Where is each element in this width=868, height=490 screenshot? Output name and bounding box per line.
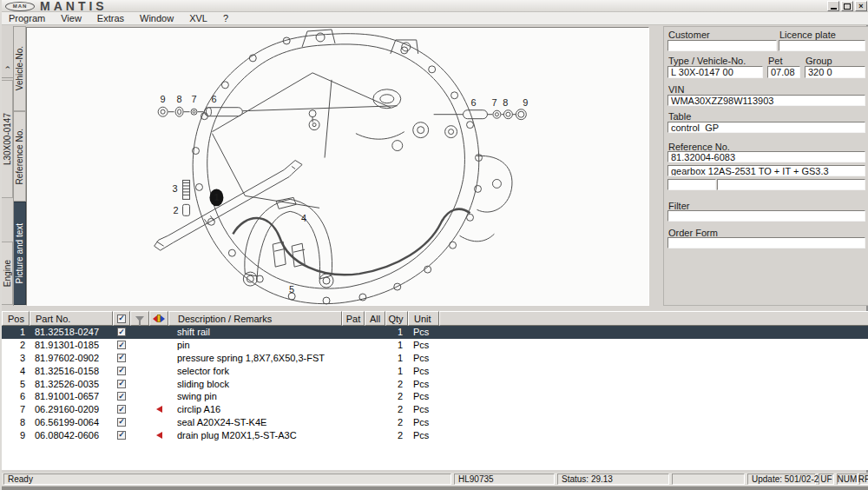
callout-8-right[interactable]: 8 bbox=[503, 97, 508, 108]
close-button[interactable]: × bbox=[855, 1, 867, 11]
row-qty: 1 bbox=[385, 326, 408, 339]
reference-no-input[interactable] bbox=[667, 151, 865, 162]
header-part-flag[interactable] bbox=[149, 311, 168, 326]
sidebar-tab-picture-and-text[interactable]: Picture and text bbox=[14, 202, 26, 305]
customer-input[interactable] bbox=[667, 40, 777, 51]
reference-aux1-input[interactable] bbox=[667, 179, 716, 190]
table-row-1[interactable]: 1 81.32518-0247 ✓ shift rail 1 Pcs bbox=[2, 326, 868, 339]
part-flag-icon bbox=[153, 315, 165, 322]
callout-7-left[interactable]: 7 bbox=[191, 94, 196, 104]
row-qty: 2 bbox=[385, 428, 408, 441]
status-ready: Ready bbox=[3, 473, 451, 485]
row-qty: 2 bbox=[385, 403, 408, 416]
callout-2[interactable]: 2 bbox=[174, 205, 179, 215]
sidebar-tab-reference-no[interactable]: Reference No. bbox=[14, 111, 26, 202]
row-qty: 2 bbox=[385, 416, 408, 429]
vin-label: VIN bbox=[668, 84, 684, 95]
table-row-4[interactable]: 4 81.32516-0158 ✓ selector fork 1 Pcs bbox=[2, 364, 868, 377]
row-checkbox-icon[interactable]: ✓ bbox=[117, 328, 126, 336]
sidebar: › L30X00-0147 Engine Vehicle-No. Referen… bbox=[2, 26, 26, 306]
licence-plate-input[interactable] bbox=[779, 40, 865, 51]
status-value: Status: 29.13 bbox=[557, 473, 669, 485]
row-description: seal A20X24-ST-K4E bbox=[168, 416, 342, 429]
callout-1-selected[interactable]: 1 bbox=[214, 192, 219, 202]
restore-icon bbox=[844, 3, 851, 10]
callout-6-left[interactable]: 6 bbox=[211, 94, 216, 104]
filter-input[interactable] bbox=[667, 210, 865, 222]
header-pos[interactable]: Pos bbox=[2, 311, 30, 326]
row-description: selector fork bbox=[168, 364, 342, 377]
row-pos: 9 bbox=[2, 428, 30, 441]
header-pat[interactable]: Pat bbox=[342, 311, 365, 326]
table-row-9[interactable]: 9 06.08042-0606 ✓ drain plug M20X1,5-ST-… bbox=[2, 428, 868, 441]
type-vehicle-no-label: Type / Vehicle-No. bbox=[668, 56, 746, 66]
sidebar-tab-engine[interactable]: Engine bbox=[2, 242, 13, 305]
row-part-no: 81.32526-0035 bbox=[30, 377, 113, 390]
callout-8-left[interactable]: 8 bbox=[177, 94, 182, 104]
row-checkbox-icon[interactable]: ✓ bbox=[117, 431, 126, 440]
table-row-5[interactable]: 5 81.32526-0035 ✓ sliding block 2 Pcs bbox=[2, 377, 868, 390]
header-qty[interactable]: Qty bbox=[385, 311, 408, 326]
group-input[interactable] bbox=[805, 66, 865, 78]
row-description: sliding block bbox=[168, 377, 342, 390]
table-row-6[interactable]: 6 81.91001-0657 ✓ swing pin 2 Pcs bbox=[2, 390, 868, 403]
table-row-2[interactable]: 2 81.91301-0185 ✓ pin 1 Pcs bbox=[2, 339, 868, 352]
callout-9-right[interactable]: 9 bbox=[523, 97, 528, 108]
row-unit: Pcs bbox=[408, 339, 439, 352]
sidebar-tab-vehicle-no[interactable]: Vehicle-No. bbox=[14, 26, 26, 111]
row-qty: 1 bbox=[385, 364, 408, 377]
header-filter[interactable] bbox=[130, 311, 149, 326]
table-row-3[interactable]: 3 81.97602-0902 ✓ pressure spring 1,8X7,… bbox=[2, 352, 868, 365]
order-form-input[interactable] bbox=[667, 237, 865, 248]
vin-input[interactable] bbox=[667, 95, 865, 106]
menu-help[interactable]: ? bbox=[223, 13, 228, 23]
callout-7-right[interactable]: 7 bbox=[491, 97, 496, 108]
row-checkbox-icon[interactable]: ✓ bbox=[117, 341, 126, 349]
row-checkbox-icon[interactable]: ✓ bbox=[117, 354, 126, 362]
header-unit[interactable]: Unit bbox=[408, 311, 439, 326]
mantis-window: MAN MANTIS × LEXCOM. Program View Extras… bbox=[0, 0, 868, 490]
callout-5[interactable]: 5 bbox=[289, 284, 294, 295]
pet-input[interactable] bbox=[767, 66, 800, 78]
callout-3[interactable]: 3 bbox=[173, 183, 178, 194]
callout-4[interactable]: 4 bbox=[301, 213, 306, 223]
menu-extras[interactable]: Extras bbox=[97, 13, 124, 23]
table-row-8[interactable]: 8 06.56199-0064 ✓ seal A20X24-ST-K4E 2 P… bbox=[2, 416, 868, 429]
row-checkbox-icon[interactable]: ✓ bbox=[117, 380, 126, 388]
menu-program[interactable]: Program bbox=[9, 13, 45, 23]
header-all[interactable]: All bbox=[365, 311, 385, 326]
row-checkbox-icon[interactable]: ✓ bbox=[117, 418, 126, 427]
row-pos: 8 bbox=[2, 416, 30, 429]
callout-9-left[interactable]: 9 bbox=[161, 94, 166, 104]
reference-aux2-input[interactable] bbox=[717, 179, 865, 190]
row-qty: 1 bbox=[385, 339, 408, 352]
table-row-7[interactable]: 7 06.29160-0209 ✓ circlip A16 2 Pcs bbox=[2, 403, 868, 416]
group-label: Group bbox=[806, 56, 832, 66]
status-flag-num: NUM bbox=[837, 473, 858, 485]
menu-view[interactable]: View bbox=[61, 13, 82, 23]
menu-xvl[interactable]: XVL bbox=[189, 13, 207, 23]
menu-window[interactable]: Window bbox=[140, 13, 174, 23]
row-checkbox-icon[interactable]: ✓ bbox=[117, 367, 126, 375]
header-description[interactable]: Description / Remarks bbox=[168, 311, 342, 326]
minimize-button[interactable] bbox=[827, 1, 839, 11]
row-checkbox-icon[interactable]: ✓ bbox=[117, 392, 126, 401]
reference-desc-input[interactable] bbox=[667, 165, 865, 176]
licence-plate-label: Licence plate bbox=[779, 30, 836, 40]
row-part-no: 06.56199-0064 bbox=[30, 416, 113, 429]
type-vehicle-no-input[interactable] bbox=[667, 66, 763, 78]
row-unit: Pcs bbox=[408, 416, 439, 429]
row-pos: 6 bbox=[2, 390, 30, 403]
sidebar-tab-vehicle-id[interactable]: L30X00-0147 bbox=[2, 80, 13, 198]
restore-button[interactable] bbox=[841, 1, 853, 11]
sidebar-collapse-button[interactable]: › bbox=[2, 57, 13, 78]
row-description: swing pin bbox=[168, 390, 342, 403]
menu-bar: Program View Extras Window XVL ? bbox=[2, 12, 868, 25]
row-checkbox-icon[interactable]: ✓ bbox=[117, 405, 126, 414]
callout-6-right[interactable]: 6 bbox=[470, 97, 476, 108]
header-part-no[interactable]: Part No. bbox=[30, 311, 113, 326]
table-input[interactable] bbox=[667, 122, 865, 133]
header-checkmark[interactable]: ✓ bbox=[113, 311, 130, 326]
app-logo: MAN MANTIS bbox=[5, 0, 108, 12]
status-flag-uf: UF bbox=[819, 473, 834, 485]
